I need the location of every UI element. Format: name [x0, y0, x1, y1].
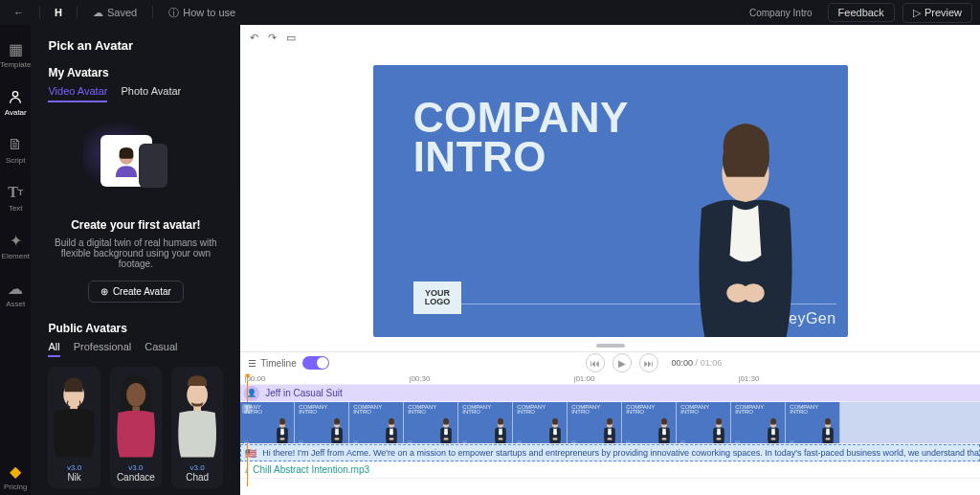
sidebar-item-avatar[interactable]: Avatar	[0, 84, 31, 121]
element-icon: ✦	[7, 232, 24, 249]
how-to-use-button[interactable]: ⓘ How to use	[163, 3, 241, 23]
empty-state: Create your first avatar! Build a digita…	[48, 121, 223, 303]
slide-logo-placeholder: YOURLOGO	[413, 281, 462, 314]
playhead[interactable]: ▼	[243, 371, 408, 381]
saved-indicator[interactable]: ☁ Saved	[87, 4, 143, 22]
project-title: Company Intro	[742, 5, 820, 21]
tool-sidebar: ▦ Template Avatar 🗎 Script TT Text ✦ Ele…	[0, 25, 31, 495]
filter-professional[interactable]: Professional	[74, 341, 132, 357]
user-plus-icon: ⊕	[100, 286, 108, 297]
avatar-card-nik[interactable]: v3.0Nik	[48, 367, 100, 488]
avatar-card-candace[interactable]: v3.0Candace	[110, 367, 162, 488]
template-icon: ▦	[7, 40, 24, 57]
timeline-next-button[interactable]: ⏭	[639, 353, 658, 372]
sidebar-item-pricing[interactable]: ◆ Pricing	[0, 459, 31, 495]
svg-point-10	[187, 382, 208, 407]
filter-casual[interactable]: Casual	[145, 341, 177, 357]
svg-point-8	[126, 383, 145, 407]
avatar-panel: ‹ Pick an Avatar My Avatars Video Avatar…	[31, 25, 240, 495]
help-icon: ⓘ	[168, 6, 179, 20]
tab-video-avatar[interactable]: Video Avatar	[48, 85, 107, 102]
timeline-prev-button[interactable]: ⏮	[586, 353, 605, 372]
cloud-icon: ☁	[93, 7, 103, 19]
sidebar-item-asset[interactable]: ☁ Asset	[0, 276, 31, 312]
script-icon: 🗎	[7, 136, 24, 153]
logo-icon: H	[50, 4, 67, 21]
public-avatars-heading: Public Avatars	[48, 322, 223, 335]
timeline-play-button[interactable]: ▶	[612, 353, 632, 372]
resize-handle[interactable]	[596, 344, 625, 348]
filter-all[interactable]: All	[48, 341, 59, 357]
timeline: ☰ Timeline ⏮ ▶ ⏭ 00:00 / 01:06 ▼ |00:00|…	[240, 351, 980, 495]
timeline-icon: ☰	[248, 358, 256, 369]
empty-description: Build a digital twin of real humans with…	[48, 237, 223, 269]
sidebar-item-template[interactable]: ▦ Template	[0, 36, 31, 73]
slide-heading: COMPANY INTRO	[413, 98, 629, 177]
play-icon: ▷	[913, 7, 921, 19]
top-bar: ← H ☁ Saved ⓘ How to use Company Intro F…	[0, 0, 980, 25]
avatar-presenter	[664, 101, 827, 337]
timeline-ruler[interactable]: ▼ |00:00|00:30|01:00|01:30	[240, 373, 980, 385]
avatar-icon	[7, 88, 24, 105]
track-script[interactable]: 🇺🇸 Hi there! I'm Jeff from Acme. We're o…	[240, 444, 980, 461]
back-button[interactable]: ←	[8, 4, 30, 21]
undo-button[interactable]: ↶	[250, 32, 258, 44]
my-avatars-heading: My Avatars	[48, 66, 223, 79]
timeline-timecode: 00:00 / 01:06	[672, 358, 723, 368]
avatar-card-chad[interactable]: v3.0Chad	[171, 367, 223, 488]
asset-icon: ☁	[7, 280, 24, 297]
feedback-button[interactable]: Feedback	[828, 3, 895, 22]
track-scenes[interactable]: 1IPANYINTRO▭ COMPANYINTRO▭ COMPANYINTRO▭…	[240, 402, 980, 444]
svg-point-4	[13, 92, 18, 97]
track-audio[interactable]: ♪ Chill Abstract Intention.mp3	[240, 461, 980, 479]
display-settings-button[interactable]: ▭	[286, 32, 296, 44]
empty-headline: Create your first avatar!	[71, 218, 200, 232]
redo-button[interactable]: ↷	[268, 32, 277, 44]
text-icon: TT	[7, 184, 24, 201]
pricing-icon: ◆	[7, 462, 24, 480]
slide-preview[interactable]: COMPANY INTRO YOURLOGO HeyGen	[373, 65, 848, 337]
track-avatar[interactable]: 👤 Jeff in Casual Suit	[240, 385, 980, 402]
panel-title: Pick an Avatar	[48, 38, 223, 53]
preview-button[interactable]: ▷ Preview	[902, 3, 972, 23]
timeline-toggle[interactable]	[302, 356, 329, 370]
tab-photo-avatar[interactable]: Photo Avatar	[121, 85, 181, 102]
sidebar-item-element[interactable]: ✦ Element	[0, 228, 31, 264]
canvas-area: ↶ ↷ ▭ COMPANY INTRO YOURLOGO HeyGen	[240, 25, 980, 495]
sidebar-item-text[interactable]: TT Text	[0, 180, 31, 216]
sidebar-item-script[interactable]: 🗎 Script	[0, 132, 31, 169]
create-avatar-button[interactable]: ⊕ Create Avatar	[88, 281, 184, 303]
